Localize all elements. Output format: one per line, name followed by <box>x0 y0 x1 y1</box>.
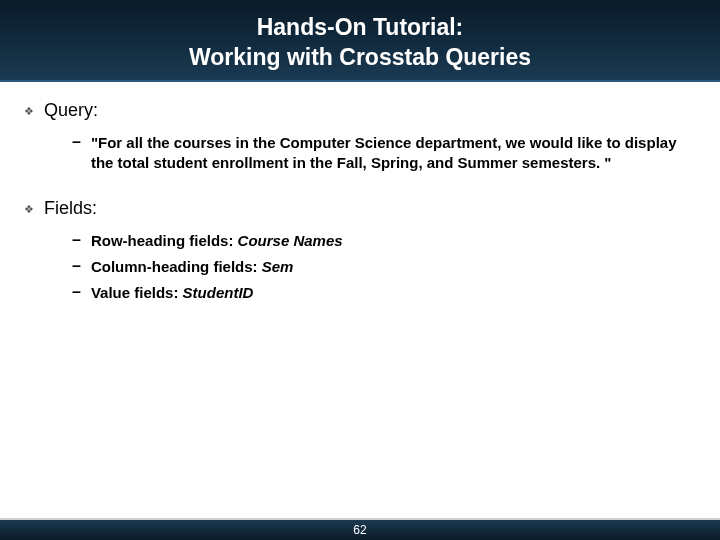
section-query: ❖ Query: – "For all the courses in the C… <box>24 100 696 174</box>
list-item: – Value fields: StudentID <box>72 283 696 303</box>
list-item: – Row-heading fields: Course Names <box>72 231 696 251</box>
section-heading-query: Query: <box>44 100 98 121</box>
field-row-heading: Row-heading fields: Course Names <box>91 231 343 251</box>
dash-bullet-icon: – <box>72 133 81 151</box>
slide-footer: 62 <box>0 520 720 540</box>
dash-bullet-icon: – <box>72 283 81 301</box>
slide-header: Hands-On Tutorial: Working with Crosstab… <box>0 0 720 82</box>
dash-bullet-icon: – <box>72 231 81 249</box>
slide-title-line2: Working with Crosstab Queries <box>189 43 531 73</box>
field-value: Value fields: StudentID <box>91 283 254 303</box>
list-item: – Column-heading fields: Sem <box>72 257 696 277</box>
diamond-bullet-icon: ❖ <box>24 203 34 216</box>
query-description: "For all the courses in the Computer Sci… <box>91 133 696 174</box>
slide-title-line1: Hands-On Tutorial: <box>257 13 464 43</box>
section-fields: ❖ Fields: – Row-heading fields: Course N… <box>24 198 696 304</box>
slide-content: ❖ Query: – "For all the courses in the C… <box>0 82 720 303</box>
diamond-bullet-icon: ❖ <box>24 105 34 118</box>
section-heading-fields: Fields: <box>44 198 97 219</box>
field-column-heading: Column-heading fields: Sem <box>91 257 294 277</box>
list-item: – "For all the courses in the Computer S… <box>72 133 696 174</box>
page-number: 62 <box>353 523 366 537</box>
dash-bullet-icon: – <box>72 257 81 275</box>
